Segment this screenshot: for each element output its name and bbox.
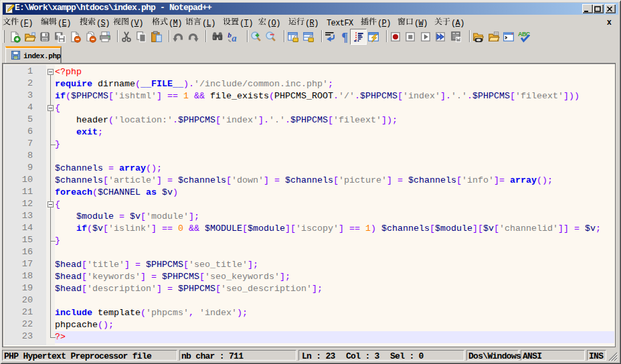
svg-text:¶: ¶ xyxy=(341,31,348,43)
svg-text:a: a xyxy=(232,33,236,43)
svg-text:b: b xyxy=(228,31,232,39)
